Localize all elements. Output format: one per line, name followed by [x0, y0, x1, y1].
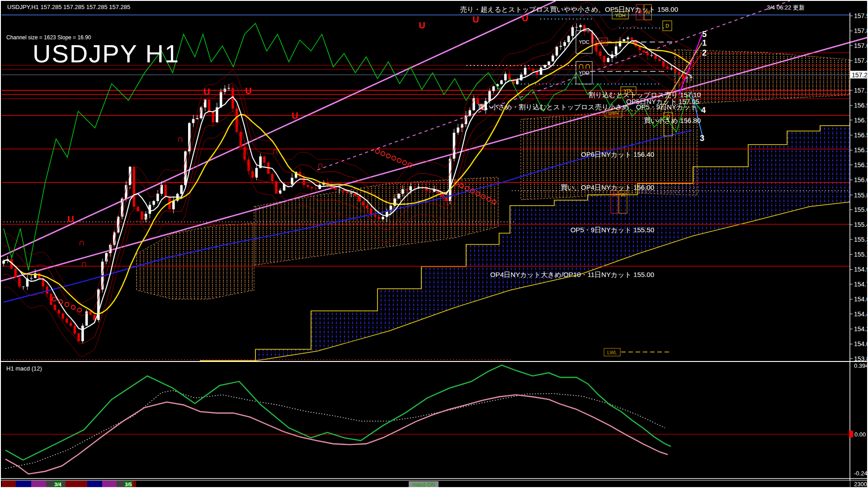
price-tick: 154.430	[854, 310, 868, 318]
price-annotation: OP4日NYカット大きめ/OP10・11日NYカット 155.00	[490, 271, 654, 278]
marker-label-YDH: YDH	[615, 13, 625, 18]
mt4-window: USDJPY,H1 157.285 157.285 157.285 157.28…	[0, 0, 868, 488]
price-annotation: OP6日NYカット 156.40	[581, 150, 654, 158]
marker-label-W: W	[621, 192, 626, 197]
chart-watermark-title: USDJPY H1	[33, 39, 179, 68]
alarm-symbol: ∩∩	[578, 61, 591, 70]
price-annotation: 買い、OP4日NYカット 156.00	[561, 183, 654, 191]
volume-tick: 230000	[854, 481, 868, 488]
price-tick: 157.635	[854, 42, 868, 49]
price-tick: 155.140	[854, 251, 868, 258]
alarm-symbol: U	[472, 14, 479, 24]
projection-number-1: 1	[702, 38, 707, 47]
price-tick: 156.565	[854, 131, 868, 139]
alarm-symbol: ∩	[80, 258, 87, 268]
price-tick: 154.785	[854, 281, 868, 288]
price-tick: 156.385	[854, 146, 868, 154]
alert-circle	[65, 303, 69, 307]
alarm-symbol: U	[522, 13, 528, 23]
alert-circle	[387, 154, 391, 158]
price-tick: 154.960	[854, 266, 868, 273]
date-mark: 3/5	[125, 482, 132, 487]
alarm-symbol: U	[292, 111, 298, 121]
macd-tick-top: 0.394	[854, 362, 868, 369]
alarm-symbol: ∩	[317, 160, 323, 170]
price-annotation: 買い小さめ 156.80	[644, 117, 701, 124]
alarm-symbol: U	[203, 87, 210, 97]
price-tick: 154.250	[854, 325, 868, 333]
alarm-symbol: U	[67, 214, 74, 224]
projection-number-5: 5	[702, 30, 707, 39]
price-annotation: OP5・9日NYカット 155.50	[571, 226, 654, 234]
macd-tick-bottom: -0.246	[854, 470, 868, 477]
current-price-tag: 157.285	[852, 71, 868, 79]
alarm-symbol: ∩	[78, 237, 85, 247]
marker-label-LWL: LWL	[607, 350, 617, 355]
alert-circle	[392, 156, 396, 160]
price-tick: 155.495	[854, 221, 868, 228]
price-tick: 157.990	[854, 12, 868, 19]
alarm-symbol: ∩	[272, 146, 278, 156]
alarm-symbol: U	[419, 20, 425, 30]
projection-number-4: 4	[701, 106, 706, 115]
marker-label-LWH: LWH	[608, 110, 619, 116]
price-tick: 156.920	[854, 102, 868, 109]
price-annotation: 買い小さめ・割り込むとストップロス売り小さめ、OP5・9日NYカット	[477, 103, 697, 111]
price-tick: 154.070	[854, 340, 868, 347]
marker-label-LMH: LMH	[595, 39, 605, 44]
chart-canvas[interactable]: 51243UU∩∩U∩U∩∩UUU∩∩YDHMWDYDCLMHYDOYDLLWH…	[1, 1, 868, 488]
price-tick: 157.100	[854, 87, 868, 94]
price-tick: 155.850	[854, 192, 868, 199]
price-tick: 156.210	[854, 161, 868, 169]
alert-circle	[71, 305, 75, 310]
date-mark: 3/4	[54, 482, 61, 487]
macd-signal-dotted	[5, 390, 665, 469]
price-tick: 156.745	[854, 117, 868, 124]
macd-on-label: macd ON	[412, 482, 435, 488]
alert-circle	[376, 150, 380, 154]
alert-circle	[381, 152, 385, 156]
price-tick: 155.320	[854, 236, 868, 243]
ichimoku-cloud-orange	[675, 50, 850, 105]
alert-circle	[78, 308, 82, 312]
trend-channel-line	[1, 37, 868, 281]
alert-circle	[52, 297, 57, 301]
macd-tick-zero: 0.00	[854, 431, 866, 438]
marker-label-YDO: YDO	[579, 70, 590, 75]
marker-label-YDC: YDC	[579, 39, 589, 45]
price-tick: 157.455	[854, 57, 868, 64]
price-tick: 154.605	[854, 296, 868, 303]
projection-number-3: 3	[700, 134, 704, 143]
alarm-symbol: U	[245, 86, 251, 96]
marker-label-M: M	[612, 192, 616, 197]
price-tick: 157.810	[854, 27, 868, 34]
price-annotation: 売り・超えるとストップロス買いやや小さめ、OP5日NYカット 158.00	[460, 5, 678, 13]
alert-circle	[403, 161, 407, 165]
price-tick: 155.675	[854, 206, 868, 213]
macd-line-green	[5, 365, 671, 460]
price-tick: 153.895	[854, 355, 868, 362]
alert-circle	[397, 159, 401, 163]
macd-indicator-label: H1 macd (12)	[6, 365, 42, 372]
marker-label-D: D	[665, 23, 669, 28]
alarm-symbol: ∩	[177, 134, 183, 144]
projection-number-2: 2	[702, 48, 707, 57]
update-timestamp: 3/4 06:22 更新	[767, 4, 805, 12]
ichimoku-cloud-orange	[254, 177, 498, 265]
price-tick: 156.030	[854, 176, 868, 183]
